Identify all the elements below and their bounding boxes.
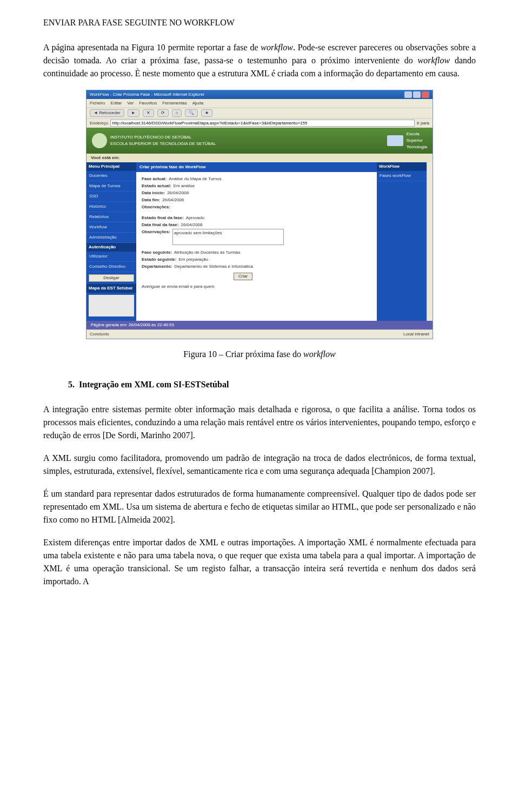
field-label: Departamento: <box>142 263 172 270</box>
fwd-button[interactable]: ► <box>128 109 139 117</box>
field-label: Fase actual: <box>142 176 167 182</box>
sidebar-head: WorkFlow <box>377 162 427 171</box>
paragraph-5: Existem diferenças entre importar dados … <box>43 536 476 588</box>
field-label: Observações: <box>142 229 170 245</box>
field-label: Fase seguinte: <box>142 249 172 256</box>
heading-number: 5. <box>68 380 75 389</box>
left-sidebar: Menu Principal Docentes Mapa de Turnos S… <box>86 162 136 321</box>
breadcrumb: Você está em: <box>86 154 432 162</box>
field-value: Em análise <box>174 183 195 189</box>
back-button[interactable]: ◄ Retroceder <box>90 109 124 117</box>
field-value: Departamento de Sistemas e Informática <box>174 263 252 270</box>
status-left: Concluído <box>90 331 109 338</box>
text: A página apresentada na Figura 10 permit… <box>43 43 261 52</box>
refresh-icon[interactable]: ⟳ <box>157 109 169 117</box>
banner-right-text: Tecnologia <box>407 144 427 150</box>
map-thumbnail <box>89 295 134 316</box>
sidebar-item[interactable]: SSD <box>86 192 136 202</box>
sidebar-item[interactable]: Administração <box>86 233 136 243</box>
field-label: Data fim: <box>142 197 160 203</box>
caption-text: Figura 10 – Criar próxima fase do <box>183 349 303 359</box>
toolbar: ◄ Retroceder ► ✕ ⟳ ⌂ 🔍 ★ <box>86 108 432 118</box>
sidebar-item[interactable]: Mapa de Turnos <box>86 181 136 192</box>
field-value: Em preparação <box>178 256 208 263</box>
heading-text: Integração em XML com SI-ESTSetúbal <box>79 380 229 389</box>
right-logo-icon <box>387 135 403 146</box>
menu-item[interactable]: Ficheiro <box>90 100 105 107</box>
search-icon[interactable]: 🔍 <box>185 109 198 117</box>
field-label: Data início: <box>142 190 165 196</box>
sidebar-head: Menu Principal <box>86 162 136 171</box>
italic-workflow: workflow <box>303 349 336 359</box>
home-icon[interactable]: ⌂ <box>172 109 182 117</box>
italic-workflow: workflow <box>261 43 293 52</box>
fav-icon[interactable]: ★ <box>201 109 212 117</box>
panel-title: Criar próxima fase do WorkFlow <box>136 162 377 172</box>
sidebar-user: Conselho Directivo <box>86 262 136 272</box>
sidebar-item[interactable]: Histórico <box>86 202 136 212</box>
sidebar-item[interactable]: Relatórios <box>86 212 136 222</box>
field-label: Estado final da fase: <box>142 215 184 221</box>
figure-screenshot: WorkFlow - Criar Próxima Fase - Microsof… <box>86 90 433 339</box>
menu-item[interactable]: Ferramentas <box>162 100 187 107</box>
sidebar-subhead: Autenticação <box>86 243 136 252</box>
sidebar-item[interactable]: Docentes <box>86 171 136 181</box>
note-text: Averiguar se envia email e para quem <box>142 283 215 290</box>
main-content: Criar próxima fase do WorkFlow Fase actu… <box>136 162 377 321</box>
window-title: WorkFlow - Criar Próxima Fase - Microsof… <box>90 91 204 98</box>
field-value: 26/04/2008 <box>167 190 189 196</box>
url-input[interactable] <box>110 120 415 127</box>
field-value: 26/04/2008 <box>162 197 184 203</box>
address-bar: Endereço Ir para <box>86 118 432 128</box>
sidebar-item[interactable]: Workflow <box>86 222 136 233</box>
field-label: Data final da fase: <box>142 222 178 228</box>
figure-caption: Figura 10 – Criar próxima fase do workfl… <box>43 348 476 361</box>
paragraph-2: A integração entre sistemas permite obte… <box>43 403 476 442</box>
menu-item[interactable]: Ajuda <box>192 100 203 107</box>
menu-item[interactable]: Favoritos <box>139 100 157 107</box>
paragraph-4: É um standard para representar dados est… <box>43 487 476 526</box>
sidebar-item[interactable]: Fases workFlow <box>377 171 427 181</box>
scrollbar[interactable] <box>427 162 432 321</box>
page-banner: INSTITUTO POLITÉCNICO DE SETÚBAL ESCOLA … <box>86 128 432 154</box>
right-sidebar: WorkFlow Fases workFlow <box>377 162 427 321</box>
paragraph-3: A XML surgiu como facilitadora, promoven… <box>43 452 476 478</box>
menu-item[interactable]: Ver <box>127 100 134 107</box>
create-button[interactable]: Criar <box>234 273 252 280</box>
window-title-bar: WorkFlow - Criar Próxima Fase - Microsof… <box>86 90 432 99</box>
school-logo-icon <box>92 133 107 148</box>
stop-icon[interactable]: ✕ <box>143 109 154 117</box>
status-right: Local intranet <box>403 331 429 338</box>
sidebar-map-head: Mapa da EST Setúbal <box>86 284 136 293</box>
window-buttons <box>404 91 429 98</box>
page-footer-time: Página gerada em: 26/04/2008 às 22:40:53 <box>86 321 432 329</box>
section-heading-5: 5. Integração em XML com SI-ESTSetúbal <box>68 378 476 391</box>
banner-school: ESCOLA SUPERIOR DE TECNOLOGIA DE SETÚBAL <box>110 141 216 147</box>
menu-item[interactable]: Editar <box>110 100 122 107</box>
banner-inst: INSTITUTO POLITÉCNICO DE SETÚBAL <box>110 134 216 141</box>
status-bar: Concluído Local intranet <box>86 329 432 339</box>
italic-workflow: workflow <box>418 56 450 65</box>
sidebar-user-label: Utilizador: <box>86 252 136 262</box>
field-value: Aprovado <box>186 215 204 221</box>
paragraph-intro: A página apresentada na Figura 10 permit… <box>43 41 476 80</box>
observations-input[interactable]: aprovado sem limitações <box>172 229 284 245</box>
section-header: ENVIAR PARA FASE SEGUINTE NO WORKFLOW <box>43 16 476 29</box>
banner-right-text: Superior <box>407 137 427 144</box>
field-value: Análise do Mapa de Turnos <box>169 176 221 182</box>
banner-right-text: Escola <box>407 131 427 137</box>
go-button[interactable]: Ir para <box>417 120 429 127</box>
address-label: Endereço <box>90 120 108 127</box>
field-label: Observações: <box>142 204 170 210</box>
field-value: 26/04/2008 <box>181 222 202 228</box>
field-label: Estado seguinte: <box>142 256 176 263</box>
field-value: Atribuição de Docentes às Turmas <box>174 249 240 256</box>
menubar: Ficheiro Editar Ver Favoritos Ferramenta… <box>86 99 432 108</box>
logout-button[interactable]: Desligar <box>89 274 134 282</box>
field-label: Estado actual: <box>142 183 171 189</box>
